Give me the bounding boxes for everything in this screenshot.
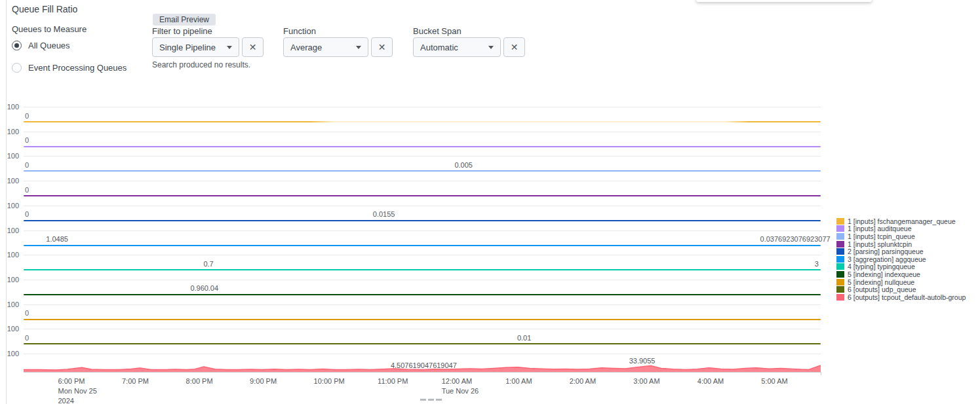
legend-swatch — [836, 279, 844, 285]
legend-label: 1 [inputs] tcpin_queue — [848, 232, 915, 240]
legend-label: 1 [inputs] splunktcpin — [848, 240, 912, 248]
x-tick-label: 10:00 PM — [314, 376, 345, 386]
x-axis-end-tick — [821, 372, 821, 375]
legend-item[interactable]: 2 [parsing] parsingqueue — [836, 248, 966, 255]
data-label: 0.0155 — [325, 210, 443, 218]
y-gridline-100 — [24, 206, 821, 206]
legend-item[interactable]: 5 [indexing] indexqueue — [836, 270, 966, 278]
x-tick-label: 8:00 PM — [186, 376, 213, 386]
data-label: 1.0485 — [0, 235, 116, 243]
y-axis-tick: 100 — [0, 128, 19, 136]
y-gridline-100 — [24, 255, 821, 255]
legend-item[interactable]: 1 [inputs] auditqueue — [836, 225, 966, 233]
legend-item[interactable]: 6 [outputs] tcpout_default-autolb-group — [836, 293, 966, 301]
chart-legend: 1 [inputs] fschangemanager_queue1 [input… — [836, 217, 966, 301]
legend-swatch — [836, 294, 844, 301]
series-line-5[interactable] — [24, 245, 821, 246]
x-tick-label: 9:00 PM — [250, 376, 277, 386]
x-tick-label: 11:00 PM — [378, 376, 408, 386]
legend-swatch — [836, 263, 844, 270]
y-axis-tick: 100 — [0, 227, 19, 234]
y-gridline-100 — [24, 181, 821, 181]
legend-swatch — [836, 225, 844, 232]
data-label: 0.7 — [149, 260, 267, 268]
y-gridline-100 — [24, 304, 821, 305]
y-axis-tick: 100 — [0, 251, 19, 259]
legend-label: 4 [typing] typingqueue — [848, 263, 915, 270]
y-zero-label: 0 — [25, 309, 29, 317]
legend-label: 1 [inputs] auditqueue — [848, 225, 912, 232]
legend-label: 6 [outputs] udp_queue — [848, 285, 916, 293]
legend-label: 3 [aggregation] aggqueue — [848, 255, 926, 263]
y-gridline-100 — [24, 132, 821, 132]
x-tick-label: 4:00 AM — [697, 376, 724, 386]
series-line-4[interactable] — [24, 220, 821, 221]
x-tick-label: 1:00 AM — [505, 376, 532, 386]
x-tick-label: 12:00 AMTue Nov 26 — [442, 376, 479, 396]
y-zero-label: 0 — [25, 161, 29, 169]
y-zero-label: 0 — [25, 186, 29, 194]
y-zero-label: 0 — [25, 136, 29, 144]
y-axis-tick: 100 — [0, 301, 19, 308]
legend-label: 5 [indexing] nullqueue — [848, 278, 914, 286]
clipped-text-fragment — [420, 399, 442, 401]
series-line-3[interactable] — [24, 195, 821, 196]
series-line-6[interactable] — [24, 269, 821, 270]
x-tick-label: 7:00 PM — [122, 376, 149, 386]
legend-swatch — [836, 271, 844, 278]
x-tick-label: 5:00 AM — [761, 376, 787, 386]
y-axis-tick: 100 — [0, 202, 19, 210]
y-gridline-100 — [24, 230, 821, 231]
legend-swatch — [836, 241, 844, 248]
x-tick-label: 3:00 AM — [633, 376, 659, 386]
legend-item[interactable]: 3 [aggregation] aggqueue — [836, 255, 966, 263]
y-gridline-100 — [24, 107, 821, 107]
y-zero-label: 0 — [25, 334, 29, 342]
legend-label: 1 [inputs] fschangemanager_queue — [848, 217, 956, 225]
y-axis-tick: 100 — [0, 103, 19, 111]
y-zero-label: 0 — [25, 210, 29, 218]
y-axis-tick: 100 — [0, 325, 19, 333]
data-label: 0.01 — [465, 334, 583, 342]
legend-item[interactable]: 1 [inputs] fschangemanager_queue — [836, 217, 966, 225]
y-axis-tick: 100 — [0, 177, 19, 185]
legend-item[interactable]: 4 [typing] typingqueue — [836, 263, 966, 271]
legend-label: 5 [indexing] indexqueue — [848, 270, 920, 278]
data-label: 33.9055 — [583, 357, 701, 365]
legend-item[interactable]: 5 [indexing] nullqueue — [836, 278, 966, 286]
legend-swatch — [836, 256, 844, 263]
legend-swatch — [836, 286, 844, 293]
series-line-0[interactable] — [24, 121, 821, 122]
x-tick-label: 6:00 PMMon Nov 252024 — [58, 376, 97, 404]
legend-swatch — [836, 218, 844, 225]
series-line-7[interactable] — [24, 294, 821, 295]
legend-label: 6 [outputs] tcpout_default-autolb-group — [848, 293, 966, 301]
y-gridline-100 — [24, 329, 821, 329]
y-axis-tick: 100 — [0, 350, 19, 358]
y-axis-tick: 100 — [0, 152, 19, 160]
y-gridline-100 — [24, 280, 821, 280]
series-line-8[interactable] — [24, 319, 821, 320]
legend-label: 2 [parsing] parsingqueue — [848, 248, 924, 255]
legend-item[interactable]: 6 [outputs] udp_queue — [836, 285, 966, 293]
series-line-9[interactable] — [24, 343, 821, 344]
legend-swatch — [836, 233, 844, 240]
legend-item[interactable]: 1 [inputs] tcpin_queue — [836, 232, 966, 240]
legend-swatch — [836, 248, 844, 255]
series-line-2[interactable] — [24, 170, 821, 172]
queue-fill-ratio-chart: 1000100010000.005100010000.01551001.0485… — [0, 0, 980, 404]
x-tick-label: 2:00 AM — [570, 376, 596, 386]
legend-item[interactable]: 1 [inputs] splunktcpin — [836, 240, 966, 248]
y-axis-tick: 100 — [0, 276, 19, 284]
data-label: 0.04 — [152, 284, 270, 292]
dashboard-panel: Queue Fill Ratio Email Preview Queues to… — [0, 0, 980, 404]
data-label: 0.005 — [404, 161, 522, 169]
y-zero-label: 0 — [25, 112, 29, 120]
x-axis-line — [24, 372, 821, 373]
series-line-1[interactable] — [24, 146, 821, 147]
email-preview-tooltip: Email Preview — [153, 14, 216, 26]
y-gridline-100 — [24, 156, 821, 156]
data-label: 4.507619047619047 — [364, 361, 482, 369]
